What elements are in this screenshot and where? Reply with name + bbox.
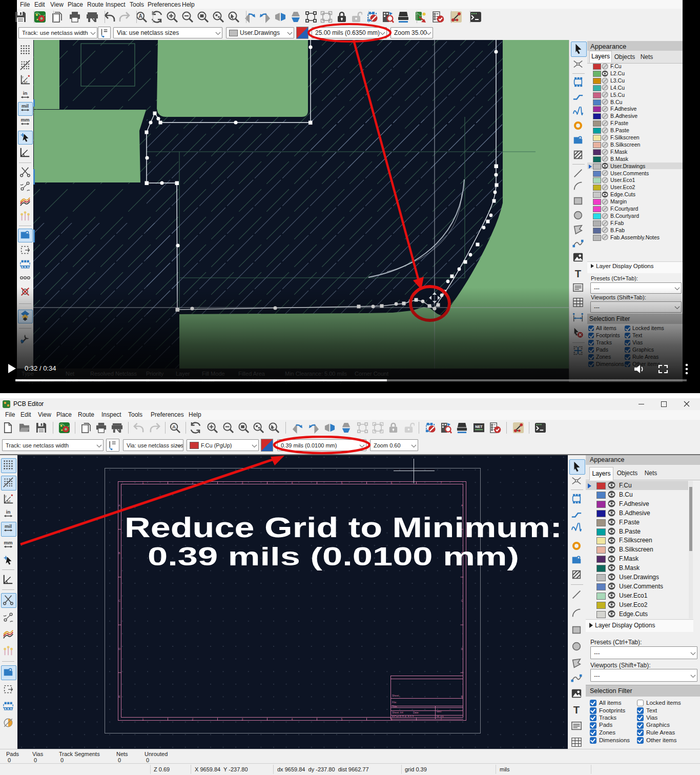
svg-text:Id: 1/1: Id: 1/1 [437,715,444,718]
svg-text:File:: File: [392,701,397,704]
svg-text:1: 1 [142,718,144,721]
svg-text:2: 2 [192,718,194,721]
svg-text:5: 5 [341,481,343,484]
svg-text:7: 7 [441,481,442,484]
svg-text:Reduce Grid to Minimum:: Reduce Grid to Minimum: [125,512,562,543]
svg-text:4: 4 [292,481,293,484]
svg-text:C: C [118,599,120,602]
svg-text:2: 2 [192,481,194,484]
svg-text:3: 3 [242,718,243,721]
svg-text:5: 5 [341,718,343,721]
svg-text:0.39 mils (0.0100 mm): 0.39 mils (0.0100 mm) [148,542,519,571]
svg-text:1: 1 [142,481,144,484]
svg-text:6: 6 [391,481,393,484]
svg-text:Rev:: Rev: [437,710,442,713]
svg-text:KiCad E.D.A. 8.0.3: KiCad E.D.A. 8.0.3 [392,715,414,718]
svg-text:Sheet: A4: Sheet: A4 [392,711,403,714]
svg-text:D: D [118,647,120,650]
svg-text:D: D [461,647,463,650]
svg-text:Title:: Title: [392,705,398,708]
svg-text:Sheet:: Sheet: [392,694,399,697]
svg-text:4: 4 [292,718,293,721]
svg-text:3: 3 [242,481,243,484]
svg-text:Date:: Date: [413,711,419,714]
svg-text:C: C [461,599,463,602]
